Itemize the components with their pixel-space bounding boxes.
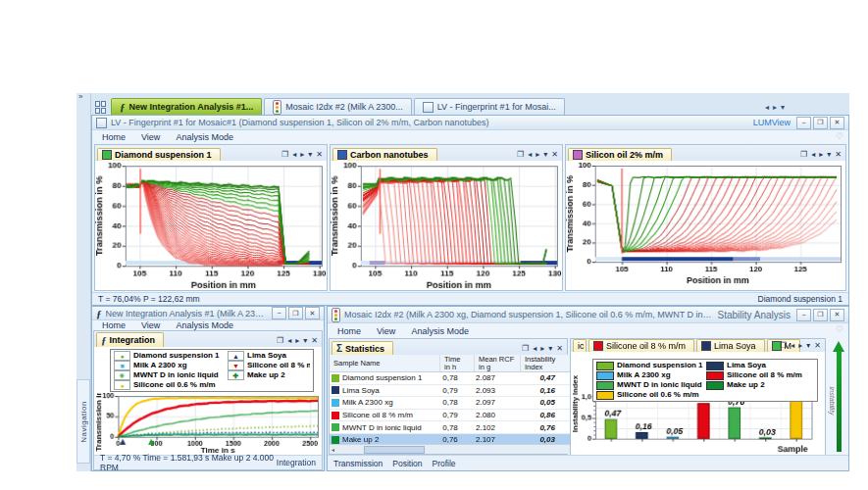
table-row-lima-soya[interactable]: Lima Soya0,792.0930,16 xyxy=(330,385,575,398)
panel-prev-button[interactable]: ◂ xyxy=(287,336,291,345)
horizontal-scrollbar[interactable]: ◂ ▸ xyxy=(330,444,575,454)
doc-tab-mosaic-i2dx-2-milk-a-2300[interactable]: Mosaic I2dx #2 (Milk A 2300... xyxy=(264,98,412,115)
table-row-mwnt-d-in-ionic-liquid[interactable]: MWNT D in ionic liquid0,782.1020,76 xyxy=(330,421,575,434)
menu-item-analysis-mode[interactable]: Analysis Mode xyxy=(176,132,233,142)
tabs-scroll-left[interactable]: ◂ xyxy=(765,104,769,112)
panel-close-button[interactable]: ✕ xyxy=(835,150,842,159)
panel-menu-button[interactable]: ▾ xyxy=(548,344,552,353)
legend-item-silicone-oil-8-m-m[interactable]: Silicone oil 8 % m/m xyxy=(706,370,814,380)
tab-diamond-suspension-1[interactable]: Diamond suspension 1 xyxy=(97,148,221,161)
legend-item-mwnt-d-in-ionic-liquid[interactable]: MWNT D in ionic liquid xyxy=(596,380,706,390)
menu-item-analysis-mode[interactable]: Analysis Mode xyxy=(176,320,233,330)
float-panel-button[interactable]: ❐ xyxy=(517,150,524,159)
panel-next-button[interactable]: ▸ xyxy=(536,150,539,159)
legend-item-mwnt-d-in-ionic-liquid[interactable]: ✳MWNT D in ionic liquid xyxy=(114,370,228,380)
sample-tab-lima-soya[interactable]: Lima Soya xyxy=(696,339,765,352)
column-header-time-in-h[interactable]: Time in h xyxy=(440,355,475,371)
menu-item-analysis-mode[interactable]: Analysis Mode xyxy=(411,326,469,336)
bottom-tab-position[interactable]: Position xyxy=(392,459,422,468)
restore-button[interactable]: ❐ xyxy=(813,309,828,321)
panel-close-button[interactable]: ✕ xyxy=(556,344,563,353)
legend-item-silicone-oil-0-6-m-m[interactable]: Silicone oil 0.6 % m/m xyxy=(596,390,706,400)
panel-close-button[interactable]: ✕ xyxy=(311,336,318,345)
legend-item-silicone-oil-8-m-m[interactable]: ▼Silicone oil 8 % m/m xyxy=(228,361,310,370)
favorite-icon[interactable]: ♡ xyxy=(836,131,843,141)
legend-item-silicone-oil-0-6-m-m[interactable]: ●Silicone oil 0.6 % m/m xyxy=(114,380,228,390)
integration-chart[interactable] xyxy=(94,393,322,455)
legend-item-make-up-2[interactable]: Make up 2 xyxy=(706,380,814,390)
panel-close-button[interactable]: ✕ xyxy=(814,341,821,350)
close-button[interactable]: ✕ xyxy=(305,307,320,319)
menu-item-home[interactable]: Home xyxy=(102,320,126,330)
restore-button[interactable]: ❐ xyxy=(288,307,303,319)
panel-menu-button[interactable]: ▾ xyxy=(806,341,810,350)
close-button[interactable]: ✕ xyxy=(830,309,844,321)
favorite-icon[interactable]: ♡ xyxy=(836,324,843,334)
panel-next-button[interactable]: ▸ xyxy=(300,150,304,159)
menu-item-home[interactable]: Home xyxy=(337,326,361,336)
tab-carbon-nanotubes[interactable]: Carbon nanotubes xyxy=(332,148,437,161)
column-header-mean-rcf-in-g[interactable]: Mean RCF in g xyxy=(475,355,521,371)
scroll-left-icon[interactable]: ◂ xyxy=(332,446,334,453)
menu-item-home[interactable]: Home xyxy=(102,132,126,142)
panel-menu-button[interactable]: ▾ xyxy=(543,150,547,159)
bottom-tab-transmission[interactable]: Transmission xyxy=(333,459,383,468)
menu-item-view[interactable]: View xyxy=(141,132,160,142)
float-panel-button[interactable]: ❐ xyxy=(780,341,787,350)
float-panel-button[interactable]: ❐ xyxy=(800,150,807,159)
sample-tab-silicone-oil-8-m-m[interactable]: Silicone oil 8 % m/m xyxy=(588,339,694,352)
minimize-button[interactable]: − xyxy=(796,309,811,321)
legend-item-milk-a-2300-xg[interactable]: Milk A 2300 xg xyxy=(596,370,706,380)
sample-tab-ic-liquid[interactable]: ic liquid xyxy=(573,339,587,352)
minimize-button[interactable]: − xyxy=(796,117,811,129)
table-row-make-up-2[interactable]: Make up 20,762.1070,03 xyxy=(330,434,575,444)
panel-next-button[interactable]: ▸ xyxy=(295,336,299,345)
panel-menu-button[interactable]: ▾ xyxy=(308,150,312,159)
tabs-list-button[interactable]: ▾ xyxy=(781,104,785,112)
panel-prev-button[interactable]: ◂ xyxy=(533,344,536,353)
navigation-tab[interactable]: Navigation xyxy=(77,379,90,464)
legend-item-diamond-suspension-1[interactable]: Diamond suspension 1 xyxy=(596,361,706,370)
tabs-scroll-right[interactable]: ▸ xyxy=(773,104,777,112)
panel-prev-button[interactable]: ◂ xyxy=(811,150,815,159)
legend-item-diamond-suspension-1[interactable]: ●Diamond suspension 1 xyxy=(114,351,228,361)
panel-next-button[interactable]: ▸ xyxy=(819,150,823,159)
carbon-profile-chart[interactable] xyxy=(331,161,562,289)
bottom-tab-profile[interactable]: Profile xyxy=(432,459,455,468)
table-row-milk-a-2300-xg[interactable]: Milk A 2300 xg0,782.0970,05 xyxy=(330,397,575,410)
menu-item-view[interactable]: View xyxy=(141,320,160,330)
float-panel-button[interactable]: ❐ xyxy=(522,344,529,353)
panel-prev-button[interactable]: ◂ xyxy=(528,150,532,159)
tab-integration[interactable]: ƒ Integration xyxy=(96,332,164,347)
panel-prev-button[interactable]: ◂ xyxy=(791,341,794,350)
table-row-silicone-oil-8-m-m[interactable]: Silicone oil 8 % m/m0,792.0800,86 xyxy=(330,410,575,422)
panel-menu-button[interactable]: ▾ xyxy=(303,336,307,345)
panel-menu-button[interactable]: ▾ xyxy=(827,150,831,159)
legend-item-lima-soya[interactable]: ▲Lima Soya xyxy=(228,351,310,361)
legend-item-milk-a-2300-xg[interactable]: ■Milk A 2300 xg xyxy=(114,361,228,370)
collapse-rail-button[interactable]: » xyxy=(78,93,82,101)
doc-tab-new-integration-analysis-1[interactable]: ƒNew Integration Analysis #1... xyxy=(111,98,262,115)
table-row-diamond-suspension-1[interactable]: Diamond suspension 10,782.0870,47 xyxy=(330,372,575,385)
panel-next-button[interactable]: ▸ xyxy=(798,341,802,350)
close-button[interactable]: ✕ xyxy=(830,117,844,129)
tab-silicon-oil[interactable]: Silicon oil 2% m/m xyxy=(568,148,672,161)
window-list-icon[interactable] xyxy=(95,101,108,113)
legend-item-make-up-2[interactable]: ✚Make up 2 xyxy=(228,370,310,380)
silicon-profile-chart[interactable] xyxy=(566,161,845,285)
column-header-sample-name[interactable]: Sample Name xyxy=(330,355,440,371)
panel-prev-button[interactable]: ◂ xyxy=(292,150,296,159)
float-panel-button[interactable]: ❐ xyxy=(281,150,288,159)
scrollbar-thumb[interactable] xyxy=(364,446,425,454)
float-panel-button[interactable]: ❐ xyxy=(277,336,283,345)
panel-close-button[interactable]: ✕ xyxy=(316,150,323,159)
panel-next-button[interactable]: ▸ xyxy=(540,344,544,353)
panel-close-button[interactable]: ✕ xyxy=(551,150,558,159)
tab-statistics[interactable]: Σ Statistics xyxy=(332,341,393,355)
column-header-instability-index[interactable]: Instability Index xyxy=(521,355,575,371)
menu-item-view[interactable]: View xyxy=(377,326,395,336)
diamond-profile-chart[interactable] xyxy=(95,161,327,289)
minimize-button[interactable]: − xyxy=(272,307,286,319)
doc-tab-lv-fingerprint-1-for-mosai[interactable]: LV - Fingerprint #1 for Mosai... xyxy=(414,98,565,115)
restore-button[interactable]: ❐ xyxy=(813,117,828,129)
